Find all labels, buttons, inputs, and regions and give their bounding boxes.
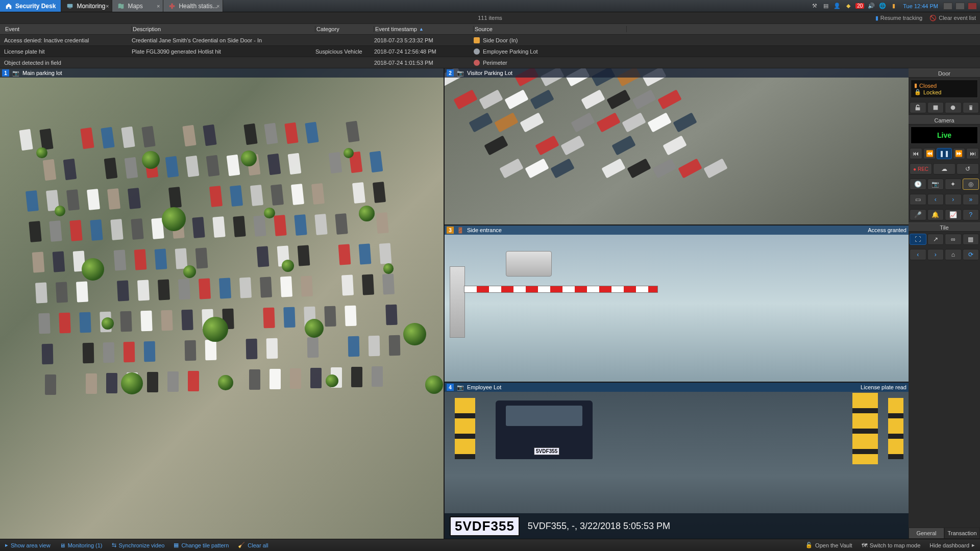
minimize-button[interactable] <box>943 3 952 10</box>
resume-tracking-button[interactable]: ▮Resume tracking <box>875 15 923 21</box>
event-table: Event Description Category Event timesta… <box>0 23 980 68</box>
link-button[interactable]: ∞ <box>945 234 962 245</box>
tile-number: 1 <box>2 69 9 77</box>
prev-cam-button[interactable]: ‹ <box>927 194 944 205</box>
sync-video-button[interactable]: ⇆ Synchronize video <box>112 542 165 548</box>
camera-icon <box>474 60 480 66</box>
video-tile-visitor-parking[interactable]: 2 📷 Visitor Parking Lot <box>444 68 909 224</box>
snapshot-button[interactable]: 📷 <box>927 179 944 190</box>
svg-rect-0 <box>67 4 73 7</box>
video-feed <box>445 226 909 382</box>
tab-general[interactable]: General <box>909 528 944 539</box>
chart-button[interactable]: 📈 <box>945 209 962 220</box>
tab-health[interactable]: Health statis... × <box>163 0 223 12</box>
mic-button[interactable]: 🎤 <box>910 209 926 220</box>
change-tile-pattern-button[interactable]: ▦ Change tile pattern <box>174 542 229 548</box>
override-button[interactable] <box>945 102 962 113</box>
hide-dashboard-button[interactable]: Hide dashboard ▸ <box>929 542 975 548</box>
maximize-button[interactable] <box>955 3 965 10</box>
clear-event-list-button[interactable]: 🚫Clear event list <box>929 15 976 21</box>
next-cam-button[interactable]: › <box>945 194 962 205</box>
nav-forward-button[interactable]: › <box>927 249 944 260</box>
col-event[interactable]: Event <box>4 26 132 32</box>
bookmark-button[interactable]: ☁ <box>933 163 955 174</box>
close-icon[interactable]: × <box>157 3 160 9</box>
close-icon[interactable]: × <box>216 3 219 9</box>
clock: Tue 12:44 PM <box>901 3 940 9</box>
tile-number: 2 <box>447 69 454 77</box>
grid-button[interactable]: ▦ <box>963 234 979 245</box>
tile-section-title: Tile <box>909 222 980 232</box>
tile-label: Side entrance <box>467 227 502 233</box>
delete-button[interactable] <box>963 102 979 113</box>
plate-image: 5VDF355 <box>450 516 520 536</box>
tab-home[interactable]: Security Desk <box>0 0 61 12</box>
event-row[interactable]: Access denied: Inactive credential Crede… <box>0 35 980 46</box>
col-description[interactable]: Description <box>132 26 315 32</box>
col-category[interactable]: Category <box>315 26 374 32</box>
home-button[interactable]: ⌂ <box>945 249 962 260</box>
more-cam-button[interactable]: » <box>963 194 979 205</box>
camera-icon <box>474 48 480 55</box>
globe-icon[interactable]: 🌐 <box>878 2 887 10</box>
rewind-button[interactable]: ⏪ <box>923 148 936 159</box>
skip-forward-button[interactable]: ⏭ <box>966 148 979 159</box>
user-icon[interactable]: 👤 <box>833 2 841 10</box>
clock-button[interactable]: 🕒 <box>910 179 926 190</box>
sort-asc-icon: ▲ <box>419 27 424 32</box>
open-vault-button[interactable]: 🔓 Open the Vault <box>805 542 852 548</box>
tool-icon[interactable]: ⚒ <box>811 2 819 10</box>
record-button[interactable]: ● REC <box>910 163 932 174</box>
alarm-button[interactable]: 🔔 <box>927 209 944 220</box>
video-feed <box>445 68 909 224</box>
side-panel-tabs: General Transaction <box>909 528 980 539</box>
side-panel: Door ▮Closed 🔒Locked Camera Live ⏮ ⏪ ❚❚ … <box>909 68 980 539</box>
nav-back-button[interactable]: ‹ <box>910 249 926 260</box>
shunt-button[interactable] <box>927 102 944 113</box>
shield-icon[interactable]: ◆ <box>844 2 852 10</box>
plate-status: License plate read <box>861 384 906 390</box>
door-icon <box>474 37 480 43</box>
switch-map-mode-button[interactable]: 🗺 Switch to map mode <box>862 542 921 548</box>
tab-maps[interactable]: Maps × <box>112 0 163 12</box>
video-tile-employee-lot[interactable]: 4 📷 Employee Lot License plate read 5V <box>444 382 909 539</box>
event-count: 111 items <box>478 15 502 21</box>
video-tile-main-parking[interactable]: 1 📷 Main parking lot /*generated below*/ <box>0 68 444 539</box>
popout-button[interactable]: ↗ <box>927 234 944 245</box>
screen-icon[interactable]: ▤ <box>822 2 830 10</box>
event-row[interactable]: Object detected in field 2018-07-24 1:01… <box>0 57 980 68</box>
tab-transaction[interactable]: Transaction <box>944 528 980 539</box>
door-closed-icon: ▮ <box>914 82 917 89</box>
pause-button[interactable]: ❚❚ <box>937 148 951 159</box>
forward-button[interactable]: ⏩ <box>953 148 966 159</box>
monitor-icon <box>66 3 74 10</box>
close-window-button[interactable] <box>968 3 977 10</box>
col-timestamp[interactable]: Event timestamp▲ <box>374 26 474 32</box>
col-source[interactable]: Source <box>474 26 627 32</box>
ptz-button[interactable]: ✦ <box>945 179 962 190</box>
fullscreen-button[interactable]: ⛶ <box>910 234 926 245</box>
monitoring-task-button[interactable]: 🖥 Monitoring (1) <box>60 542 103 548</box>
show-area-view-button[interactable]: ▸ Show area view <box>5 542 51 548</box>
event-row[interactable]: License plate hit Plate FGL3090 generate… <box>0 46 980 57</box>
svg-rect-4 <box>933 106 938 110</box>
close-icon[interactable]: × <box>106 3 109 9</box>
loop-button[interactable]: ↺ <box>957 163 979 174</box>
svg-rect-3 <box>172 3 174 9</box>
clear-all-button[interactable]: 🧹 Clear all <box>238 542 268 548</box>
signal-icon[interactable]: ▮ <box>890 2 898 10</box>
tile-number: 4 <box>447 384 454 391</box>
volume-icon[interactable]: 🔊 <box>867 2 875 10</box>
refresh-button[interactable]: ⟳ <box>963 249 979 260</box>
tab-monitoring[interactable]: Monitoring × <box>61 0 112 12</box>
svg-rect-1 <box>69 8 71 8</box>
video-tile-side-entrance[interactable]: 3 🚪 Side entrance Access granted <box>444 224 909 382</box>
aspect-button[interactable]: ▭ <box>910 194 926 205</box>
tab-maps-label: Maps <box>128 3 142 10</box>
video-feed: 5VDF355 5VDF355 5VDF355, -, 3/22/2018 5:… <box>445 383 909 539</box>
unlock-button[interactable] <box>910 102 926 113</box>
skip-back-button[interactable]: ⏮ <box>910 148 922 159</box>
notification-badge[interactable]: 20 <box>855 3 864 9</box>
focus-button[interactable]: ◎ <box>963 179 979 190</box>
help-button[interactable]: ? <box>963 209 979 220</box>
